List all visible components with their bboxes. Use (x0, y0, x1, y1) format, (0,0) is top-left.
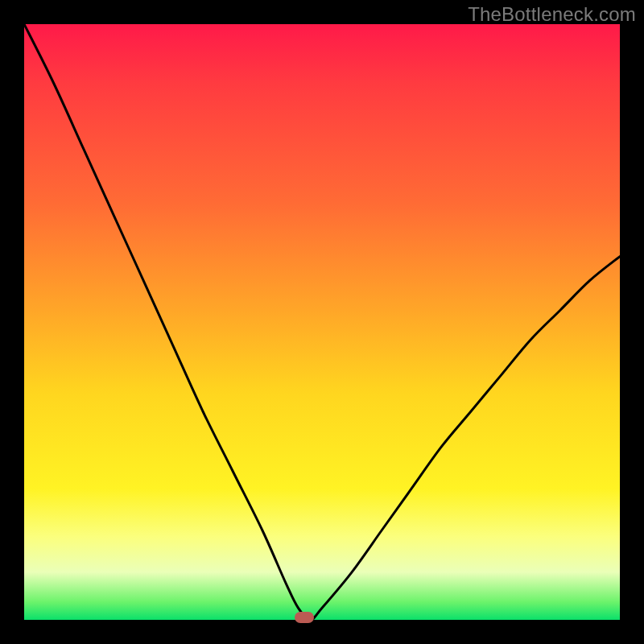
optimal-marker (295, 612, 314, 623)
watermark-text: TheBottleneck.com (468, 3, 636, 26)
plot-area (24, 24, 620, 620)
chart-frame: TheBottleneck.com (0, 0, 644, 644)
curve-svg (24, 24, 620, 620)
bottleneck-curve (24, 24, 620, 620)
